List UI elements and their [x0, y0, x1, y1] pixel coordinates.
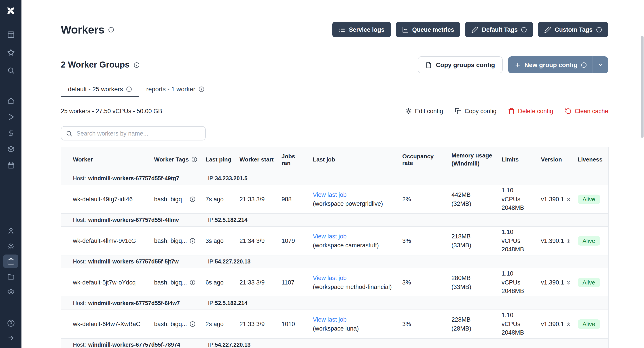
col-worker: Worker	[61, 147, 150, 172]
sidebar-item-apps[interactable]	[3, 28, 18, 41]
service-logs-label: Service logs	[349, 26, 384, 33]
clean-cache-button[interactable]: Clean cache	[565, 108, 608, 114]
worker-tags-cell: bash, bigq...	[150, 226, 202, 255]
col-last-ping: Last ping	[202, 147, 236, 172]
version-cell: v1.390.1	[537, 185, 574, 214]
col-limits: Limits	[498, 147, 537, 172]
sidebar-item-home[interactable]	[3, 94, 18, 107]
search-input[interactable]	[61, 126, 206, 140]
sidebar-item-audit-logs[interactable]	[3, 285, 18, 298]
refresh-icon	[565, 108, 572, 114]
folders-icon	[7, 273, 14, 280]
sidebar-item-runs[interactable]	[3, 110, 18, 124]
edit-config-button[interactable]: Edit config	[405, 108, 443, 114]
last-ping-cell: 2s ago	[202, 310, 236, 338]
occupancy-cell: 2%	[399, 185, 448, 214]
occupancy-cell: 3%	[399, 268, 448, 297]
worker-start-cell: 21:33 3/9	[236, 310, 278, 338]
last-ping-cell: 7s ago	[202, 185, 236, 214]
host-row: Host:windmill-workers-67757d55f-4llmv IP…	[61, 214, 608, 226]
app-window: Workers Service logs Queue metrics Defau…	[0, 0, 644, 348]
info-icon[interactable]	[567, 322, 570, 327]
sidebar-item-users[interactable]	[3, 224, 18, 238]
host-ip: 52.5.182.214	[215, 300, 248, 306]
col-worker-start: Worker start	[236, 147, 278, 172]
groups-heading: 2 Worker Groups	[61, 60, 130, 70]
info-icon[interactable]	[190, 238, 196, 244]
help-question-icon	[7, 319, 14, 327]
info-icon[interactable]	[190, 196, 196, 202]
scrollbar-thumb[interactable]	[641, 36, 644, 138]
sidebar-item-schedules[interactable]	[3, 158, 18, 172]
info-icon[interactable]	[190, 321, 196, 327]
host-name: windmill-workers-67757d55f-78974	[88, 342, 180, 348]
sidebar-item-favorites[interactable]	[3, 46, 18, 59]
view-last-job-link[interactable]: View last job	[313, 232, 395, 241]
col-liveness: Liveness	[574, 147, 608, 172]
limits-cell: 1.10 vCPUs2048MB	[498, 268, 537, 297]
worker-search	[61, 126, 206, 140]
occupancy-cell: 3%	[399, 310, 448, 338]
group-summary: 25 workers - 27.50 vCPUs - 50.00 GB	[61, 108, 162, 114]
view-last-job-link[interactable]: View last job	[313, 274, 395, 282]
tab-default-group[interactable]: default - 25 workers	[61, 82, 139, 96]
last-ping-cell: 3s ago	[202, 226, 236, 255]
sidebar-item-help[interactable]	[3, 316, 18, 330]
windmill-logo[interactable]	[0, 0, 22, 22]
chevron-down-icon	[598, 62, 604, 68]
worker-row: wk-default-5jt7w-oYdcq bash, bigq... 6s …	[61, 268, 608, 297]
worker-start-cell: 21:33 3/9	[236, 185, 278, 214]
sidebar-group-admin	[3, 224, 18, 298]
sidebar-item-folders[interactable]	[3, 270, 18, 283]
copy-config-label: Copy config	[465, 108, 497, 114]
new-group-config-dropdown[interactable]	[592, 56, 608, 73]
sidebar-collapse-toggle[interactable]	[3, 331, 18, 344]
info-icon[interactable]	[134, 62, 140, 68]
config-actions: Edit config Copy config Delete config Cl…	[405, 108, 608, 114]
default-tags-button[interactable]: Default Tags	[465, 22, 533, 37]
sidebar-group-bottom	[3, 316, 18, 348]
sidebar-item-variables[interactable]	[3, 126, 18, 140]
worker-name-cell: wk-default-49tg7-idt46	[61, 185, 150, 214]
last-job-workspace: (workspace method-financial)	[313, 282, 395, 291]
delete-config-button[interactable]: Delete config	[508, 108, 553, 114]
info-icon[interactable]	[108, 26, 114, 32]
expand-arrow-icon	[7, 334, 14, 342]
new-group-config-button[interactable]: New group config	[508, 56, 608, 73]
liveness-cell: Alive	[574, 226, 608, 255]
info-icon	[126, 86, 132, 92]
resources-box-icon	[7, 145, 14, 153]
alive-badge: Alive	[578, 319, 600, 329]
info-icon[interactable]	[567, 196, 570, 202]
sidebar-group-nav	[3, 94, 18, 172]
sidebar-item-resources[interactable]	[3, 142, 18, 156]
apps-grid-icon	[7, 31, 14, 38]
worker-group-tabs: default - 25 workers reports - 1 worker	[61, 82, 608, 96]
alive-badge: Alive	[578, 278, 600, 287]
col-occupancy-rate: Occupancy rate	[399, 147, 448, 172]
info-icon[interactable]	[567, 238, 570, 244]
users-person-icon	[7, 227, 14, 234]
group-summary-row: 25 workers - 27.50 vCPUs - 50.00 GB Edit…	[61, 106, 608, 116]
default-tags-label: Default Tags	[482, 26, 518, 33]
queue-metrics-button[interactable]: Queue metrics	[396, 22, 460, 37]
service-logs-button[interactable]: Service logs	[332, 22, 391, 37]
copy-config-button[interactable]: Copy config	[455, 108, 497, 114]
sidebar-item-search[interactable]	[3, 64, 18, 77]
host-name: windmill-workers-67757d55f-4llmv	[88, 217, 179, 223]
info-icon[interactable]	[190, 280, 196, 286]
sidebar-item-workers[interactable]	[3, 254, 18, 268]
info-icon[interactable]	[567, 280, 570, 285]
sidebar-item-settings[interactable]	[3, 239, 18, 253]
copy-groups-config-button[interactable]: Copy groups config	[418, 56, 502, 73]
variables-dollar-icon	[7, 129, 14, 137]
view-last-job-link[interactable]: View last job	[313, 190, 395, 199]
info-icon[interactable]	[192, 156, 197, 162]
view-last-job-link[interactable]: View last job	[313, 315, 395, 324]
worker-name-cell: wk-default-4llmv-9v1cG	[61, 226, 150, 255]
workers-table: Worker Worker Tags Last ping Worker star…	[61, 147, 609, 348]
tab-reports-group[interactable]: reports - 1 worker	[139, 82, 211, 96]
custom-tags-button[interactable]: Custom Tags	[538, 22, 608, 37]
version-cell: v1.390.1	[537, 310, 574, 338]
queue-metrics-label: Queue metrics	[412, 26, 454, 33]
